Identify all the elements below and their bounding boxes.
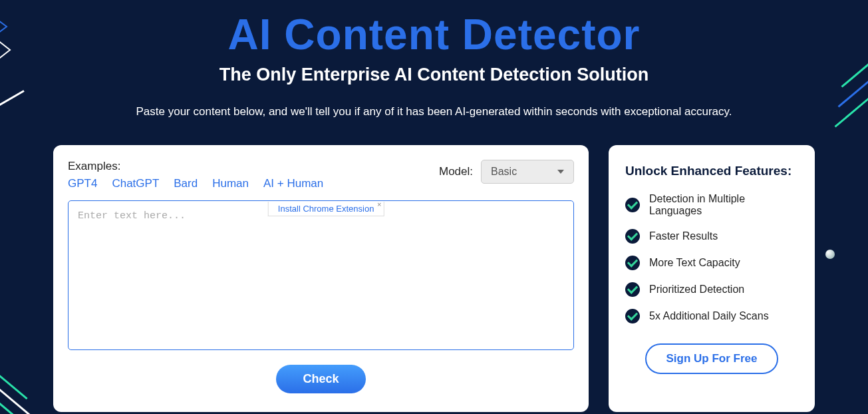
check-icon — [625, 282, 640, 297]
feature-label: Faster Results — [649, 230, 718, 242]
close-icon[interactable]: × — [377, 200, 381, 208]
example-link-gpt4[interactable]: GPT4 — [68, 177, 97, 190]
check-icon — [625, 198, 640, 212]
sidebar-card: Unlock Enhanced Features: Detection in M… — [609, 145, 815, 412]
feature-label: Prioritized Detection — [649, 284, 744, 296]
check-button[interactable]: Check — [276, 365, 365, 393]
chrome-extension-badge[interactable]: Install Chrome Extension × — [268, 202, 384, 216]
feature-item: 5x Additional Daily Scans — [625, 309, 798, 323]
page-subtitle: The Only Enterprise AI Content Detection… — [219, 65, 649, 85]
example-link-bard[interactable]: Bard — [174, 177, 198, 190]
feature-label: Detection in Multiple Languages — [649, 193, 798, 217]
check-icon — [625, 229, 640, 244]
signup-button[interactable]: Sign Up For Free — [645, 343, 779, 374]
chrome-extension-label: Install Chrome Extension — [278, 204, 374, 214]
bg-circle — [825, 250, 835, 259]
check-icon — [625, 256, 640, 270]
chevron-down-icon — [557, 170, 564, 174]
feature-item: Detection in Multiple Languages — [625, 193, 798, 217]
example-link-human[interactable]: Human — [212, 177, 249, 190]
feature-item: Prioritized Detection — [625, 282, 798, 297]
check-icon — [625, 309, 640, 323]
model-selected-value: Basic — [491, 166, 517, 178]
feature-label: 5x Additional Daily Scans — [649, 310, 769, 322]
model-select[interactable]: Basic — [481, 160, 574, 184]
example-link-ai-human[interactable]: AI + Human — [263, 177, 323, 190]
examples-label: Examples: — [68, 160, 323, 173]
example-link-chatgpt[interactable]: ChatGPT — [112, 177, 159, 190]
model-label: Model: — [439, 165, 473, 178]
page-title: AI Content Detector — [228, 10, 641, 59]
sidebar-title: Unlock Enhanced Features: — [625, 164, 798, 178]
content-textarea[interactable] — [68, 200, 574, 350]
main-card: Examples: GPT4 ChatGPT Bard Human AI + H… — [53, 145, 589, 412]
feature-item: More Text Capacity — [625, 256, 798, 270]
page-description: Paste your content below, and we'll tell… — [136, 105, 732, 118]
feature-item: Faster Results — [625, 229, 798, 244]
bg-triangle-left — [0, 7, 27, 87]
feature-label: More Text Capacity — [649, 257, 740, 269]
